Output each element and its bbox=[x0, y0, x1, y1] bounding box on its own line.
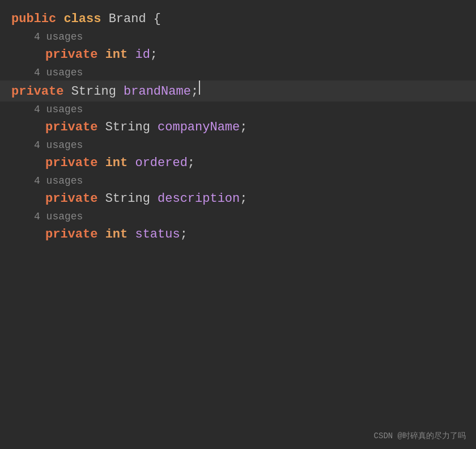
semicolon-3: ; bbox=[240, 117, 247, 137]
watermark-text: CSDN @时碎真的尽力了吗 bbox=[374, 431, 466, 440]
code-editor: public class Brand { 4 usages private in… bbox=[0, 0, 476, 449]
field-description: description bbox=[158, 189, 240, 209]
semicolon-2: ; bbox=[191, 82, 198, 101]
type-int-3: int bbox=[105, 224, 128, 244]
type-int-2: int bbox=[105, 153, 128, 173]
field-companyname-line: private String companyName; bbox=[11, 117, 465, 137]
open-brace: { bbox=[154, 9, 161, 29]
usage-text-2: 4 usages bbox=[34, 67, 83, 78]
usage-hint-2: 4 usages bbox=[11, 65, 465, 81]
field-ordered-line: private int ordered; bbox=[11, 153, 465, 173]
field-ordered: ordered bbox=[135, 153, 187, 173]
type-string-1: String bbox=[71, 82, 116, 101]
keyword-private-5: private bbox=[45, 189, 97, 209]
field-status: status bbox=[135, 224, 180, 244]
usage-text-1: 4 usages bbox=[34, 31, 83, 43]
usage-hint-6: 4 usages bbox=[11, 209, 465, 224]
usage-text-6: 4 usages bbox=[34, 211, 83, 222]
usage-hint-4: 4 usages bbox=[11, 137, 465, 153]
usage-hint-5: 4 usages bbox=[11, 173, 465, 189]
usage-hint-3: 4 usages bbox=[11, 101, 465, 117]
keyword-private-6: private bbox=[45, 224, 97, 244]
usage-text-4: 4 usages bbox=[34, 139, 83, 151]
field-brandname: brandName bbox=[124, 82, 191, 101]
class-name: Brand bbox=[109, 9, 146, 29]
field-id: id bbox=[135, 45, 150, 65]
field-description-line: private String description; bbox=[11, 189, 465, 209]
field-companyname: companyName bbox=[158, 117, 240, 137]
keyword-private-2: private bbox=[11, 82, 63, 101]
type-string-3: String bbox=[105, 189, 150, 209]
usage-text-5: 4 usages bbox=[34, 175, 83, 187]
type-int-1: int bbox=[105, 45, 128, 65]
text-cursor bbox=[199, 81, 200, 94]
field-status-line: private int status; bbox=[11, 224, 465, 244]
keyword-private-4: private bbox=[45, 153, 97, 173]
semicolon-4: ; bbox=[188, 153, 195, 173]
keyword-public: public bbox=[11, 9, 56, 29]
keyword-private-3: private bbox=[45, 117, 97, 137]
usage-hint-1: 4 usages bbox=[11, 29, 465, 45]
keyword-class: class bbox=[63, 9, 101, 29]
watermark: CSDN @时碎真的尽力了吗 bbox=[374, 431, 466, 441]
keyword-private-1: private bbox=[45, 45, 97, 65]
semicolon-1: ; bbox=[150, 45, 158, 65]
field-brandname-line: private String brandName; bbox=[0, 81, 476, 101]
semicolon-5: ; bbox=[240, 189, 247, 209]
type-string-2: String bbox=[105, 117, 150, 137]
semicolon-6: ; bbox=[180, 224, 188, 244]
class-declaration-line: public class Brand { bbox=[11, 9, 465, 29]
usage-text-3: 4 usages bbox=[34, 104, 83, 115]
field-id-line: private int id; bbox=[11, 45, 465, 65]
